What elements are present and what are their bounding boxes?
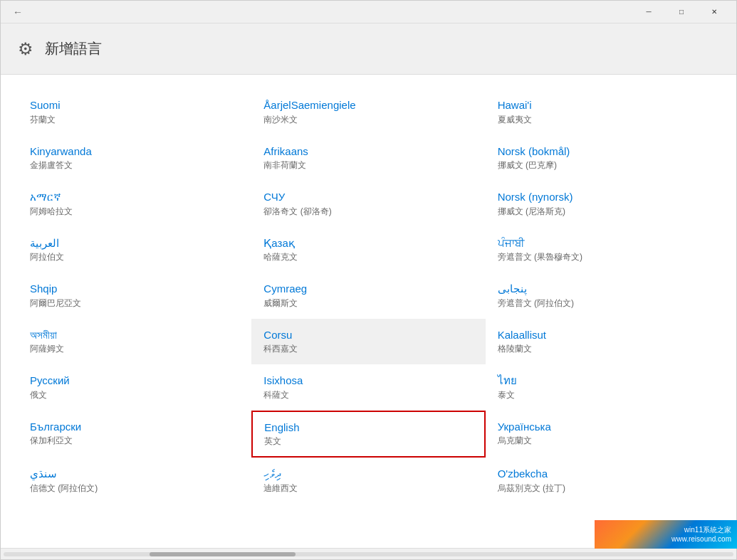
titlebar-left: ← <box>6 1 35 23</box>
language-item[interactable]: Norsk (nynorsk)挪威文 (尼洛斯克) <box>486 181 719 227</box>
language-native: 信德文 (阿拉伯文) <box>30 482 239 495</box>
language-item[interactable]: سنڌي信德文 (阿拉伯文) <box>18 458 251 504</box>
language-native: 阿姆哈拉文 <box>30 206 239 218</box>
language-name: العربية <box>30 236 239 250</box>
language-native: 科西嘉文 <box>263 343 473 355</box>
language-item[interactable]: ਪੰਜਾਬੀ旁遮普文 (果魯穆奇文) <box>486 227 719 273</box>
language-item[interactable]: Cymraeg威爾斯文 <box>251 273 485 319</box>
language-native: 阿薩姆文 <box>30 343 239 355</box>
language-item[interactable]: Български保加利亞文 <box>18 411 251 458</box>
language-name: English <box>264 421 472 435</box>
language-item[interactable]: Corsu科西嘉文 <box>251 319 485 365</box>
language-name: ไทย <box>498 374 707 388</box>
language-item[interactable]: አማርኛ阿姆哈拉文 <box>18 181 251 227</box>
scrollbar-thumb <box>150 552 296 556</box>
language-native: 英文 <box>264 435 472 448</box>
language-native: 阿爾巴尼亞文 <box>30 297 239 310</box>
language-native: 保加利亞文 <box>30 435 239 447</box>
language-native: 烏克蘭文 <box>498 435 707 447</box>
language-name: Norsk (nynorsk) <box>498 190 707 204</box>
language-item[interactable]: СЧУ卻洛奇文 (卻洛奇) <box>251 181 485 227</box>
language-native: 烏茲別克文 (拉丁) <box>498 482 707 495</box>
language-native: 威爾斯文 <box>263 297 473 310</box>
language-name: ÅarjelSaemiengiele <box>263 98 473 112</box>
language-native: 阿拉伯文 <box>30 251 239 263</box>
language-item[interactable]: العربية阿拉伯文 <box>18 227 251 273</box>
language-native: 俄文 <box>30 389 239 401</box>
language-item[interactable]: O'zbekcha烏茲別克文 (拉丁) <box>486 458 719 504</box>
language-item[interactable]: Afrikaans南非荷蘭文 <box>251 135 485 181</box>
language-name: Українська <box>498 420 707 434</box>
language-item[interactable]: ไทย泰文 <box>486 364 719 411</box>
language-name: Русский <box>30 374 239 388</box>
language-native: 卻洛奇文 (卻洛奇) <box>263 206 473 218</box>
language-name: Shqip <box>30 282 239 296</box>
language-item[interactable]: Hawai'i夏威夷文 <box>486 89 719 135</box>
scrollbar-track[interactable] <box>4 552 733 556</box>
language-item[interactable]: Kinyarwanda金揚盧答文 <box>18 135 251 181</box>
language-native: 格陵蘭文 <box>498 343 707 355</box>
language-grid: Suomi芬蘭文ÅarjelSaemiengiele南沙米文Hawai'i夏威夷… <box>18 89 719 504</box>
language-name: Afrikaans <box>263 144 473 159</box>
close-button[interactable]: ✕ <box>698 1 731 23</box>
page-title: 新增語言 <box>45 39 102 58</box>
language-item[interactable]: Русский俄文 <box>18 364 251 411</box>
language-name: Български <box>30 420 239 434</box>
language-name: ਪੰਜਾਬੀ <box>498 236 707 250</box>
language-native: 挪威文 (尼洛斯克) <box>498 206 707 218</box>
watermark-text: win11系統之家 www.reisound.com <box>671 525 731 544</box>
language-item[interactable]: Shqip阿爾巴尼亞文 <box>18 273 251 319</box>
language-name: Corsu <box>263 328 473 342</box>
language-name: Norsk (bokmål) <box>498 144 707 159</box>
language-item[interactable]: ދިވެހި迪維西文 <box>251 458 485 504</box>
scrollbar-area[interactable] <box>1 548 736 559</box>
language-native: 挪威文 (巴克摩) <box>498 159 707 171</box>
language-native: 旁遮普文 (果魯穆奇文) <box>498 251 707 263</box>
language-name: O'zbekcha <box>498 467 707 481</box>
titlebar: ← ─ □ ✕ <box>1 1 736 23</box>
language-native: 芬蘭文 <box>30 114 239 126</box>
language-item[interactable]: English英文 <box>251 411 485 458</box>
language-item[interactable]: Isixhosa科薩文 <box>251 364 485 411</box>
language-name: ދިވެހި <box>263 467 473 481</box>
language-item[interactable]: Suomi芬蘭文 <box>18 89 251 135</box>
gear-icon: ⚙ <box>18 39 33 59</box>
language-item[interactable]: Kalaallisut格陵蘭文 <box>486 319 719 365</box>
language-name: አማርኛ <box>30 190 239 204</box>
language-name: Suomi <box>30 98 239 112</box>
language-name: Kalaallisut <box>498 328 707 342</box>
language-name: Қазақ <box>263 236 473 250</box>
language-item[interactable]: پنجابی旁遮普文 (阿拉伯文) <box>486 273 719 319</box>
language-item[interactable]: Українська烏克蘭文 <box>486 411 719 458</box>
language-native: 哈薩克文 <box>263 251 473 263</box>
language-item[interactable]: Қазақ哈薩克文 <box>251 227 485 273</box>
language-name: پنجابی <box>498 282 707 296</box>
watermark: win11系統之家 www.reisound.com <box>595 520 737 549</box>
language-item[interactable]: Norsk (bokmål)挪威文 (巴克摩) <box>486 135 719 181</box>
language-name: سنڌي <box>30 467 239 481</box>
language-native: 旁遮普文 (阿拉伯文) <box>498 297 707 310</box>
language-item[interactable]: অসমীয়া阿薩姆文 <box>18 319 251 365</box>
language-item[interactable]: ÅarjelSaemiengiele南沙米文 <box>251 89 485 135</box>
header: ⚙ 新增語言 <box>1 23 736 75</box>
language-native: 南非荷蘭文 <box>263 159 473 171</box>
back-button[interactable]: ← <box>6 1 29 23</box>
language-name: Isixhosa <box>263 374 473 388</box>
content-area: Suomi芬蘭文ÅarjelSaemiengiele南沙米文Hawai'i夏威夷… <box>1 75 736 548</box>
language-name: Hawai'i <box>498 98 707 112</box>
language-name: СЧУ <box>263 190 473 204</box>
titlebar-controls: ─ □ ✕ <box>632 1 731 23</box>
language-native: 夏威夷文 <box>498 114 707 126</box>
maximize-button[interactable]: □ <box>665 1 698 23</box>
language-native: 南沙米文 <box>263 114 473 126</box>
minimize-button[interactable]: ─ <box>632 1 665 23</box>
language-name: Kinyarwanda <box>30 144 239 159</box>
language-name: অসমীয়া <box>30 328 239 342</box>
language-native: 金揚盧答文 <box>30 159 239 171</box>
language-name: Cymraeg <box>263 282 473 296</box>
language-native: 科薩文 <box>263 389 473 401</box>
language-native: 泰文 <box>498 389 707 401</box>
language-native: 迪維西文 <box>263 482 473 495</box>
